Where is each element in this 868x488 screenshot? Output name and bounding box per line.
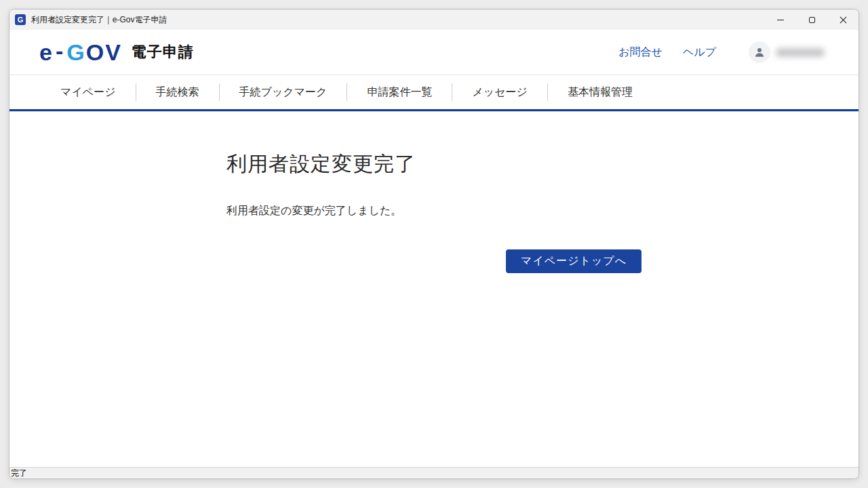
close-icon bbox=[840, 16, 847, 24]
window-controls bbox=[765, 9, 859, 30]
main-nav: マイページ 手続検索 手続ブックマーク 申請案件一覧 メッセージ 基本情報管理 bbox=[9, 75, 859, 109]
avatar bbox=[749, 41, 770, 63]
nav-item-basic-info[interactable]: 基本情報管理 bbox=[548, 75, 652, 109]
header-right: お問合せ ヘルプ bbox=[598, 41, 825, 63]
status-text: 完了 bbox=[11, 469, 27, 477]
app-icon: G bbox=[15, 14, 26, 25]
window-title: 利用者設定変更完了｜e-Gov電子申請 bbox=[31, 14, 167, 26]
completion-message: 利用者設定の変更が完了しました。 bbox=[226, 204, 401, 218]
minimize-icon bbox=[777, 20, 784, 20]
nav-item-application-list[interactable]: 申請案件一覧 bbox=[347, 75, 452, 109]
nav-item-messages[interactable]: メッセージ bbox=[452, 75, 547, 109]
app-window: G 利用者設定変更完了｜e-Gov電子申請 e - G OV 電子申請 bbox=[9, 9, 859, 479]
main-content: 利用者設定変更完了 利用者設定の変更が完了しました。 マイページトップへ bbox=[9, 112, 859, 467]
minimize-button[interactable] bbox=[765, 9, 796, 30]
nav-item-procedure-bookmark[interactable]: 手続ブックマーク bbox=[220, 75, 347, 109]
logo-dash: - bbox=[56, 39, 64, 62]
user-name-redacted bbox=[776, 48, 825, 57]
nav-item-procedure-search[interactable]: 手続検索 bbox=[136, 75, 219, 109]
egov-logo-word: e - G OV bbox=[39, 41, 122, 64]
contact-link[interactable]: お問合せ bbox=[618, 45, 663, 60]
site-header: e - G OV 電子申請 お問合せ ヘルプ bbox=[9, 30, 859, 75]
app-icon-letter: G bbox=[18, 16, 24, 24]
status-bar: 完了 bbox=[9, 467, 859, 479]
maximize-icon bbox=[809, 17, 815, 23]
help-link[interactable]: ヘルプ bbox=[683, 45, 716, 60]
logo-service-name: 電子申請 bbox=[132, 42, 194, 62]
mypage-top-button[interactable]: マイページトップへ bbox=[506, 249, 642, 273]
egov-logo[interactable]: e - G OV 電子申請 bbox=[39, 41, 194, 64]
logo-letters-ov: OV bbox=[86, 41, 122, 64]
close-button[interactable] bbox=[827, 9, 859, 30]
maximize-button[interactable] bbox=[796, 9, 827, 30]
user-menu[interactable] bbox=[749, 41, 825, 63]
logo-letter-e: e bbox=[39, 41, 54, 64]
logo-letter-g: G bbox=[66, 41, 85, 64]
nav-item-mypage[interactable]: マイページ bbox=[41, 75, 136, 109]
window-titlebar: G 利用者設定変更完了｜e-Gov電子申請 bbox=[9, 9, 859, 30]
page-title: 利用者設定変更完了 bbox=[226, 150, 416, 178]
user-icon bbox=[753, 46, 766, 58]
